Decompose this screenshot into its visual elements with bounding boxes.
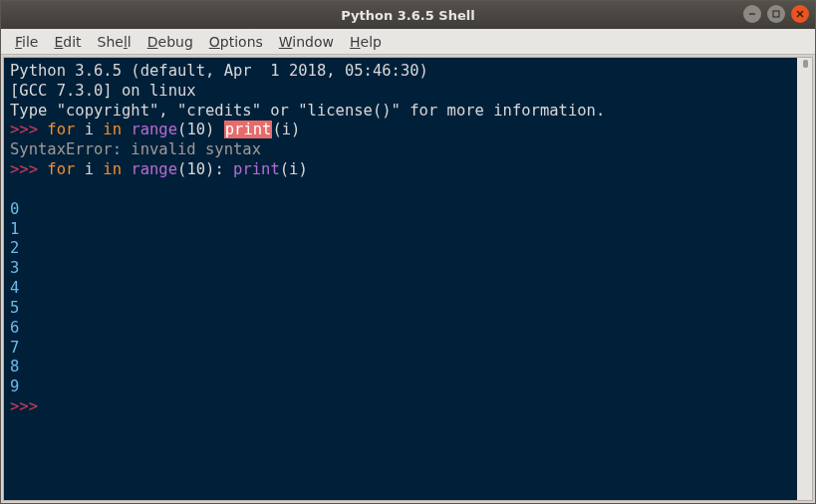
close-icon: [795, 9, 805, 19]
output-line: 3: [10, 259, 19, 277]
output-line: 4: [10, 279, 19, 297]
menu-file[interactable]: File: [7, 32, 46, 52]
menu-edit[interactable]: Edit: [46, 32, 89, 52]
output-line: 6: [10, 319, 19, 337]
menu-debug[interactable]: Debug: [139, 32, 201, 52]
banner-line: [GCC 7.3.0] on linux: [10, 82, 196, 100]
banner-line: Python 3.6.5 (default, Apr 1 2018, 05:46…: [10, 62, 437, 80]
banner-line: Type "copyright", "credits" or "license(…: [10, 102, 605, 120]
prompt: >>>: [10, 121, 47, 138]
shell-text[interactable]: Python 3.6.5 (default, Apr 1 2018, 05:46…: [4, 58, 797, 500]
maximize-button[interactable]: [767, 5, 785, 23]
close-button[interactable]: [791, 5, 809, 23]
error-highlight: print: [224, 121, 273, 138]
output-line: 2: [10, 239, 19, 257]
output-line: 7: [10, 339, 19, 357]
prompt: >>>: [10, 397, 47, 415]
menu-help[interactable]: Help: [342, 32, 390, 52]
error-text: SyntaxError: invalid syntax: [10, 140, 261, 158]
vertical-scrollbar[interactable]: [797, 58, 812, 500]
output-line: 8: [10, 358, 19, 376]
editor-area: Python 3.6.5 (default, Apr 1 2018, 05:46…: [3, 57, 813, 501]
output-line: 1: [10, 220, 19, 238]
menu-options[interactable]: Options: [201, 32, 271, 52]
menu-shell[interactable]: Shell: [90, 32, 139, 52]
maximize-icon: [771, 9, 781, 19]
titlebar[interactable]: Python 3.6.5 Shell: [1, 1, 815, 29]
prompt: >>>: [10, 160, 47, 178]
window-title: Python 3.6.5 Shell: [341, 8, 474, 23]
svg-rect-1: [773, 11, 779, 17]
output-line: 9: [10, 378, 19, 395]
output-line: 0: [10, 200, 19, 218]
minimize-icon: [747, 9, 757, 19]
menu-window[interactable]: Window: [271, 32, 342, 52]
menubar: File Edit Shell Debug Options Window Hel…: [1, 29, 815, 55]
minimize-button[interactable]: [743, 5, 761, 23]
window-controls: [743, 5, 809, 23]
output-line: 5: [10, 299, 19, 317]
idle-window: Python 3.6.5 Shell File Edit Shell Debug…: [0, 0, 816, 504]
scroll-thumb-icon: [803, 60, 808, 68]
